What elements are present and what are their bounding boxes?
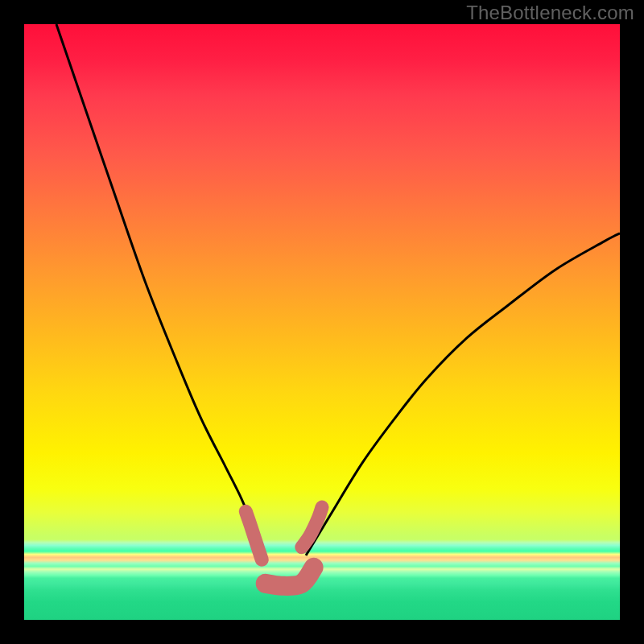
chart-frame: TheBottleneck.com xyxy=(0,0,644,644)
series-left-curve xyxy=(56,24,262,555)
series-pink-segment-right xyxy=(302,507,322,547)
series-group xyxy=(56,24,620,586)
series-right-curve xyxy=(306,233,620,555)
curves-layer xyxy=(24,24,620,620)
series-pink-segment-left xyxy=(246,511,262,559)
series-pink-segment-bottom xyxy=(266,568,314,586)
plot-area xyxy=(24,24,620,620)
watermark-text: TheBottleneck.com xyxy=(466,2,634,24)
